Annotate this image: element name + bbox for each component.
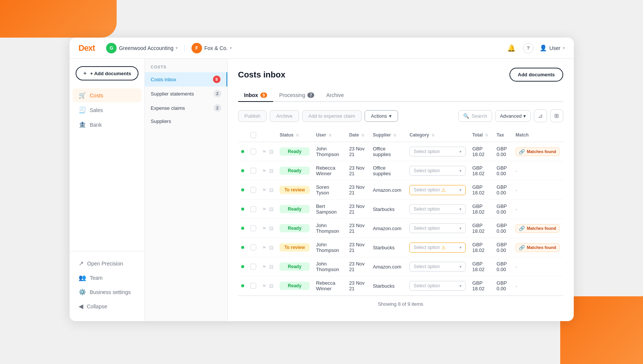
user-menu[interactable]: 👤 User ▾	[540, 44, 565, 52]
category-label: Select option	[413, 206, 439, 212]
status-badge: To review	[280, 243, 310, 252]
image-icon[interactable]: 🖼	[269, 264, 274, 270]
category-label: Select option	[413, 264, 439, 269]
flag-icon[interactable]: ⚑	[262, 284, 266, 289]
archive-button[interactable]: Archive	[270, 110, 299, 122]
row-checkbox[interactable]	[250, 168, 256, 174]
row-checkbox[interactable]	[250, 187, 256, 193]
image-icon[interactable]: 🖼	[269, 168, 274, 174]
sidebar-item-costs[interactable]: 🛒 Costs	[73, 88, 141, 102]
image-icon[interactable]: 🖼	[269, 188, 274, 193]
row-checkbox[interactable]	[250, 244, 256, 250]
category-select[interactable]: Select option ▾	[409, 204, 466, 214]
sub-nav-costs-inbox[interactable]: Costs inbox 9	[145, 72, 227, 86]
sidebar-item-open-precision[interactable]: ↗ Open Precision	[73, 256, 141, 270]
col-header-supplier: Supplier ⇅	[370, 128, 407, 142]
tab-archive[interactable]: Archive	[320, 89, 350, 102]
table-row: ⚑ 🖼 To reviewJohn Thompson23 Nov 21Starb…	[238, 238, 563, 257]
flag-icon[interactable]: ⚑	[262, 264, 266, 270]
category-select[interactable]: Select option ▾	[409, 223, 466, 233]
sub-nav-supplier-statements[interactable]: Supplier statements 2	[145, 86, 227, 101]
row-checkbox[interactable]	[250, 264, 256, 270]
row-checkbox[interactable]	[250, 149, 256, 155]
sub-nav-expense-claims[interactable]: Expense claims 2	[145, 101, 227, 115]
brand-logo: Dext	[79, 43, 95, 53]
tab-inbox[interactable]: Inbox 9	[238, 89, 273, 102]
add-documents-sidebar-button[interactable]: ＋ + Add documents	[76, 66, 138, 80]
sidebar-item-collapse[interactable]: ◀ Collapse	[73, 299, 141, 313]
supplier-sort-icon[interactable]: ⇅	[393, 133, 396, 137]
category-select[interactable]: Select option ▾	[409, 147, 466, 156]
image-icon[interactable]: 🖼	[269, 226, 274, 231]
sidebar-item-team[interactable]: 👥 Team	[73, 271, 141, 285]
status-badge: Ready	[280, 262, 310, 271]
bank-icon: 🏦	[79, 121, 86, 128]
account1-avatar: G	[106, 43, 117, 53]
total-sort-icon[interactable]: ⇅	[485, 133, 488, 137]
image-icon[interactable]: 🖼	[269, 149, 274, 155]
page-header: Costs inbox Add documents	[238, 68, 563, 82]
processing-tab-badge: 7	[307, 93, 314, 98]
advanced-chevron-icon: ▾	[523, 113, 526, 119]
image-icon[interactable]: 🖼	[269, 245, 274, 250]
supplier-cell: Starbucks	[370, 200, 407, 219]
notifications-button[interactable]: 🔔	[506, 42, 517, 54]
match-badge[interactable]: 🔗 Matches found	[515, 224, 559, 233]
table-row: ⚑ 🖼 ReadyRebecca Winner23 Nov 21Starbuck…	[238, 276, 563, 296]
add-to-expense-button[interactable]: Add to expense claim	[302, 110, 362, 122]
match-badge[interactable]: 🔗 Matches found	[515, 243, 559, 252]
filter-button[interactable]: ⊿	[534, 109, 547, 122]
sub-nav-suppliers[interactable]: Suppliers	[145, 115, 227, 127]
date-cell: 23 Nov 21	[346, 142, 370, 161]
row-indicator-dot	[241, 265, 244, 268]
match-label: Matches found	[527, 245, 556, 250]
table-row: ⚑ 🖼 ReadyJohn Thompson23 Nov 21Amazon.co…	[238, 257, 563, 276]
main-content: Costs inbox Add documents Inbox 9 Proces…	[228, 59, 574, 321]
image-icon[interactable]: 🖼	[269, 284, 274, 289]
flag-icon[interactable]: ⚑	[262, 207, 266, 212]
category-sort-icon[interactable]: ⇅	[432, 133, 435, 137]
tax-cell: GBP 0.00	[494, 238, 513, 257]
flag-icon[interactable]: ⚑	[262, 188, 266, 193]
account2-switcher[interactable]: F Fox & Co. ▾	[188, 41, 236, 55]
search-box[interactable]: 🔍 Search	[458, 110, 492, 122]
row-checkbox[interactable]	[250, 283, 256, 289]
category-select[interactable]: Select option ▾	[409, 166, 466, 176]
row-indicator-dot	[241, 227, 244, 230]
user-sort-icon[interactable]: ⇅	[328, 133, 331, 137]
total-cell: GBP 18.02	[469, 142, 494, 161]
flag-icon[interactable]: ⚑	[262, 168, 266, 174]
no-match-dash: -	[515, 206, 517, 212]
advanced-filter-button[interactable]: Advanced ▾	[495, 110, 531, 122]
col-header-match: Match	[512, 128, 563, 142]
row-checkbox[interactable]	[250, 225, 256, 231]
flag-icon[interactable]: ⚑	[262, 226, 266, 231]
category-select[interactable]: Select option ▾	[409, 262, 466, 271]
status-sort-icon[interactable]: ⇅	[296, 133, 299, 137]
row-checkbox[interactable]	[250, 206, 256, 212]
category-chevron-icon: ▾	[459, 226, 462, 231]
sidebar-item-business-settings[interactable]: ⚙️ Business settings	[73, 285, 141, 299]
total-cell: GBP 18.02	[469, 219, 494, 238]
date-cell: 23 Nov 21	[346, 180, 370, 200]
match-badge[interactable]: 🔗 Matches found	[515, 147, 559, 156]
publish-button[interactable]: Publish	[238, 110, 267, 122]
image-icon[interactable]: 🖼	[269, 207, 274, 212]
account1-switcher[interactable]: G Greenwood Accounting ▾	[102, 41, 181, 55]
category-select[interactable]: Select option ⚠ ▾	[409, 185, 466, 195]
date-sort-icon[interactable]: ⇅	[361, 133, 364, 137]
flag-icon[interactable]: ⚑	[262, 245, 266, 250]
sidebar-item-bank[interactable]: 🏦 Bank	[73, 118, 141, 132]
category-select[interactable]: Select option ▾	[409, 281, 466, 291]
columns-button[interactable]: ⊞	[550, 109, 563, 122]
flag-icon[interactable]: ⚑	[262, 149, 266, 155]
category-select[interactable]: Select option ⚠ ▾	[409, 243, 466, 253]
match-icon: 🔗	[519, 149, 525, 155]
tab-processing[interactable]: Processing 7	[273, 89, 320, 102]
actions-button[interactable]: Actions ▾	[365, 110, 398, 122]
supplier-cell: Starbucks	[370, 238, 407, 257]
help-button[interactable]: ?	[523, 43, 534, 53]
sidebar-item-sales[interactable]: 🧾 Sales	[73, 103, 141, 117]
add-documents-main-button[interactable]: Add documents	[509, 68, 563, 82]
select-all-checkbox[interactable]	[250, 132, 256, 138]
